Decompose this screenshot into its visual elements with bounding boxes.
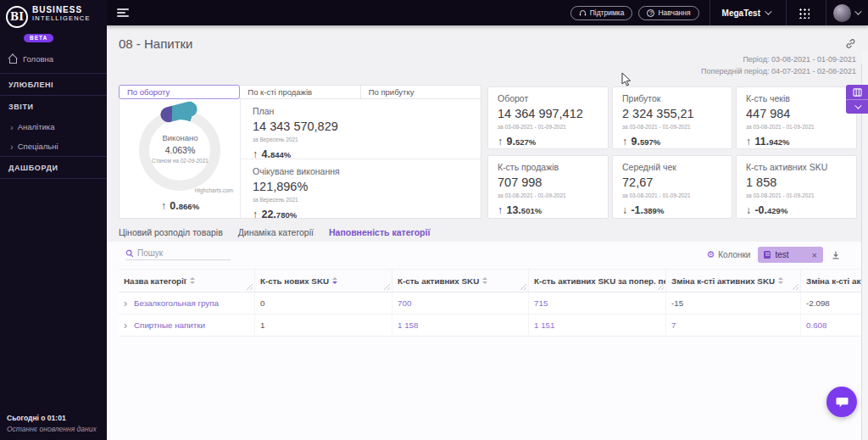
- trend-int: 22.: [261, 209, 275, 220]
- metric-card-sales-count: К-сть продажів 707 998 за 03-08-2021 - 0…: [487, 155, 609, 219]
- apps-grid-icon[interactable]: [798, 8, 810, 19]
- column-header-active-sku[interactable]: К-сть активних SKU: [392, 270, 528, 292]
- trend-up-icon: ↑: [498, 204, 503, 216]
- sidebar-item-label: Спеціальні: [18, 142, 58, 151]
- metric-label: Оборот: [498, 93, 608, 103]
- kpi-tab-bar: По обороту По к-сті продажів По прибутку: [119, 85, 481, 99]
- trend-frac: 597%: [640, 137, 660, 147]
- metric-value: 707 998: [498, 175, 608, 189]
- tab-by-turnover[interactable]: По обороту: [119, 85, 240, 99]
- resize-handle[interactable]: [658, 284, 664, 290]
- sidebar-section-favorites[interactable]: УЛЮБЛЕНІ: [0, 74, 107, 95]
- columns-button[interactable]: ⚙ Колонки: [706, 249, 750, 260]
- app-logo[interactable]: BI BUSINESS INTELLIGENCE: [0, 0, 107, 28]
- user-avatar[interactable]: [833, 4, 851, 22]
- cell-active-sku[interactable]: 700: [392, 292, 528, 314]
- metric-value: 2 324 355,21: [622, 107, 732, 120]
- template-icon: [764, 251, 771, 259]
- resize-handle[interactable]: [793, 284, 798, 290]
- account-menu[interactable]: MegaTest: [710, 8, 782, 18]
- sidebar-item-special[interactable]: › Спеціальні: [0, 136, 107, 156]
- column-header-new-sku[interactable]: К-сть нових SKU: [254, 270, 392, 292]
- expected-section: Очікуване виконання 121,896% за Вересень…: [241, 159, 481, 218]
- download-icon[interactable]: [831, 250, 841, 260]
- support-button[interactable]: Підтримка: [570, 6, 633, 20]
- metric-period: за 03-08-2021 - 01-09-2021: [746, 124, 856, 130]
- sort-icon[interactable]: [778, 277, 783, 284]
- gauge-value: 4.063%: [120, 145, 241, 155]
- category-link[interactable]: Спиртные напитки: [134, 320, 205, 330]
- top-bar: Підтримка ? Навчання MegaTest: [107, 0, 868, 25]
- sort-icon[interactable]: [190, 277, 195, 284]
- metric-card-receipts: К-сть чеків 447 984 за 03-08-2021 - 01-0…: [736, 86, 857, 149]
- table-row[interactable]: › Спиртные напитки 1 1 158 1 151 7 0.608: [119, 315, 861, 337]
- sort-icon[interactable]: [332, 277, 337, 284]
- column-header-label: Зміна к-сті активн: [806, 276, 861, 286]
- table-panel: ⚙ Колонки test × Назва категорії К-сть н…: [107, 242, 861, 440]
- expand-row-icon[interactable]: ›: [124, 299, 127, 308]
- collapse-panel-button[interactable]: [846, 99, 868, 114]
- training-label: Навчання: [658, 8, 690, 17]
- saved-view-tag[interactable]: test ×: [758, 247, 823, 263]
- plan-column: План 14 343 570,829 за Вересень 2021 ↑ 4…: [241, 99, 481, 218]
- sort-icon[interactable]: [482, 277, 487, 284]
- bi-logo-icon: BI: [6, 6, 28, 28]
- plan-section: План 14 343 570,829 за Вересень 2021 ↑ 4…: [241, 99, 481, 159]
- column-header-active-sku-change[interactable]: Зміна к-сті активних SKU: [665, 270, 800, 292]
- cell-new-sku: 1: [254, 315, 392, 336]
- search-field[interactable]: [125, 248, 231, 260]
- search-input[interactable]: [137, 248, 222, 258]
- metric-period: за 03-08-2021 - 01-09-2021: [622, 192, 732, 198]
- logo-initials: BI: [10, 11, 24, 23]
- trend-up-icon: ↑: [161, 200, 166, 212]
- plan-label: План: [253, 106, 481, 116]
- chat-bubble-icon: [835, 396, 849, 409]
- resize-handle[interactable]: [384, 284, 390, 290]
- widget-settings-button[interactable]: [846, 85, 868, 99]
- menu-toggle-icon[interactable]: [117, 8, 129, 17]
- resize-handle[interactable]: [520, 284, 526, 290]
- sidebar-section-dashboards[interactable]: ДАШБОРДИ: [0, 157, 107, 178]
- update-note: Останнє оновлення даних: [7, 425, 100, 433]
- cell-active-sku-prev[interactable]: 715: [528, 292, 665, 314]
- tab-by-sales-count[interactable]: По к-сті продажів: [240, 85, 360, 99]
- metric-period: за 03-08-2021 - 01-09-2021: [622, 124, 732, 130]
- divider: [786, 0, 787, 25]
- metric-value: 72,67: [622, 175, 732, 189]
- cell-sku-change[interactable]: 7: [665, 315, 800, 336]
- sidebar-section-reports[interactable]: ЗВІТИ: [0, 96, 107, 117]
- trend-int: -1.: [631, 204, 643, 216]
- share-link-icon[interactable]: [845, 38, 856, 49]
- metric-value: 447 984: [746, 107, 856, 120]
- training-button[interactable]: ? Навчання: [638, 6, 698, 20]
- column-header-category[interactable]: Назва категорії: [119, 270, 254, 292]
- category-link[interactable]: Безалкогольная група: [134, 298, 219, 308]
- expand-row-icon[interactable]: ›: [124, 321, 127, 330]
- trend-frac: 942%: [769, 137, 789, 147]
- tab-by-profit[interactable]: По прибутку: [361, 85, 481, 99]
- table-header-row: Назва категорії К-сть нових SKU К-сть ак…: [119, 269, 861, 292]
- expected-trend: ↑ 22.780%: [253, 206, 481, 221]
- trend-int: 0.: [170, 200, 178, 212]
- chevron-down-icon[interactable]: [854, 8, 861, 14]
- table-row[interactable]: › Безалкогольная група 0 700 715 -15 -2.…: [119, 292, 861, 315]
- column-header-active-sku-change-pct[interactable]: Зміна к-сті активн: [800, 270, 861, 292]
- metric-card-profit: Прибуток 2 324 355,21 за 03-08-2021 - 01…: [612, 86, 732, 149]
- column-header-active-sku-prev[interactable]: К-сть активних SKU за попер. період: [528, 270, 665, 292]
- category-table: Назва категорії К-сть нових SKU К-сть ак…: [119, 269, 861, 337]
- logo-line1: BUSINESS: [32, 6, 91, 14]
- expected-label: Очікуване виконання: [253, 166, 481, 176]
- cell-sku-change-pct[interactable]: 0.608: [800, 315, 861, 336]
- metric-label: Середній чек: [622, 162, 732, 172]
- close-icon[interactable]: ×: [812, 250, 817, 260]
- chat-button[interactable]: [826, 387, 857, 417]
- cell-active-sku[interactable]: 1 158: [392, 315, 528, 336]
- resize-handle[interactable]: [247, 284, 253, 290]
- question-icon: ?: [647, 9, 654, 17]
- trend-int: -0.: [754, 204, 767, 216]
- highcharts-credit[interactable]: Highcharts.com: [195, 187, 233, 193]
- sidebar-item-home[interactable]: Головна: [0, 48, 107, 70]
- cell-active-sku-prev[interactable]: 1 151: [528, 315, 665, 336]
- sidebar-item-analytics[interactable]: › Аналітика: [0, 117, 107, 136]
- trend-up-icon: ↑: [622, 136, 627, 148]
